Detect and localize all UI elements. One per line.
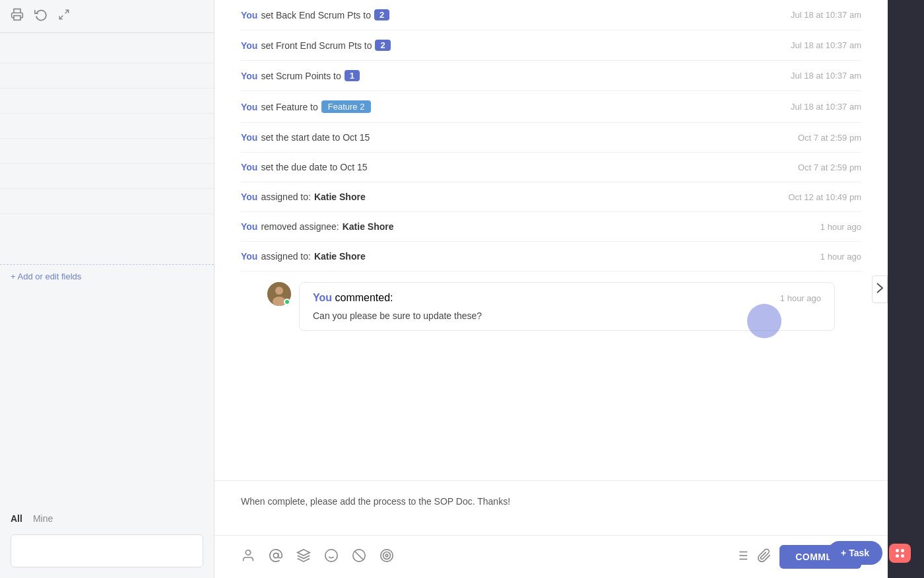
removed-name: Katie Shore <box>343 221 394 232</box>
you-label-8: You <box>241 221 257 232</box>
activity-text-2: You set Front End Scrum Pts to 2 <box>241 40 391 51</box>
add-edit-fields-button[interactable]: + Add or edit fields <box>0 264 214 288</box>
activity-text-9: You assigned to: Katie Shore <box>241 251 366 262</box>
comment-row: You commented: 1 hour ago Can you please… <box>267 277 835 331</box>
activity-item-3: You set Scrum Points to 1 Jul 18 at 10:3… <box>241 61 861 91</box>
badge-1: 2 <box>374 9 389 20</box>
activity-text-8: You removed assignee: Katie Shore <box>241 221 394 232</box>
svg-line-2 <box>59 16 63 19</box>
activity-time-2: Jul 18 at 10:37 am <box>791 40 861 50</box>
list-icon[interactable] <box>735 548 749 566</box>
sidebar: + Add or edit fields All Mine <box>0 0 214 578</box>
activity-item-5: You set the start date to Oct 15 Oct 7 a… <box>241 123 861 153</box>
toolbar-left <box>241 548 394 566</box>
activity-desc-3: set Scrum Points to <box>261 71 341 81</box>
sidebar-field-5 <box>0 139 214 164</box>
activity-desc-6: set the due date to Oct 15 <box>261 162 367 172</box>
svg-point-7 <box>273 553 278 558</box>
activity-time-9: 1 hour ago <box>820 252 861 262</box>
activity-text-1: You set Back End Scrum Pts to 2 <box>241 9 389 20</box>
activity-text-4: You set Feature to Feature 2 <box>241 100 371 113</box>
activity-item-4: You set Feature to Feature 2 Jul 18 at 1… <box>241 91 861 123</box>
text-area-section[interactable]: When complete, please add the process to… <box>214 480 888 535</box>
activity-text-3: You set Scrum Points to 1 <box>241 70 360 81</box>
you-label-2: You <box>241 40 257 51</box>
right-chevron[interactable] <box>872 275 888 303</box>
comment-commented: commented: <box>332 292 393 303</box>
dot-4 <box>901 554 904 558</box>
activity-time-4: Jul 18 at 10:37 am <box>791 102 861 112</box>
tab-mine[interactable]: Mine <box>33 513 53 524</box>
you-label-5: You <box>241 132 257 143</box>
activity-text-6: You set the due date to Oct 15 <box>241 162 368 172</box>
sidebar-comment-input[interactable] <box>11 534 203 567</box>
mention-person-icon[interactable] <box>241 548 255 566</box>
all-mine-tabs: All Mine <box>0 508 214 529</box>
you-label-4: You <box>241 102 257 112</box>
comment-author-line: You commented: <box>313 292 393 304</box>
activity-text-5: You set the start date to Oct 15 <box>241 132 370 143</box>
tab-all[interactable]: All <box>11 513 22 524</box>
at-icon[interactable] <box>269 548 283 566</box>
paperclip-icon[interactable] <box>757 548 772 566</box>
comment-time: 1 hour ago <box>780 293 821 303</box>
activity-item-9: You assigned to: Katie Shore 1 hour ago <box>241 242 861 271</box>
target-icon[interactable] <box>380 548 394 566</box>
comment-text: Can you please be sure to update these? <box>313 310 821 321</box>
dot-2 <box>901 549 904 552</box>
you-label-3: You <box>241 71 257 81</box>
feature-badge: Feature 2 <box>321 100 372 113</box>
sidebar-field-7 <box>0 189 214 214</box>
bottom-right-area: + Task <box>828 541 911 565</box>
cursor-overlay <box>747 304 781 338</box>
activity-item-8: You removed assignee: Katie Shore 1 hour… <box>241 212 861 242</box>
slash-icon[interactable] <box>352 548 366 566</box>
activity-item-2: You set Front End Scrum Pts to 2 Jul 18 … <box>241 30 861 61</box>
expand-icon[interactable] <box>58 9 70 24</box>
svg-point-15 <box>383 552 391 559</box>
dark-panel <box>888 0 924 578</box>
task-button-label: + Task <box>841 548 869 558</box>
activity-desc-2: set Front End Scrum Pts to <box>261 40 372 51</box>
avatar-wrap <box>267 282 291 306</box>
activity-log: You set Back End Scrum Pts to 2 Jul 18 a… <box>214 0 888 480</box>
activity-desc-7: assigned to: <box>261 192 311 202</box>
sidebar-field-2 <box>0 63 214 89</box>
layers-icon[interactable] <box>296 548 311 566</box>
assigned-name-2: Katie Shore <box>314 251 366 262</box>
sidebar-fields <box>0 33 214 264</box>
svg-point-14 <box>381 549 393 561</box>
sidebar-field-4 <box>0 114 214 139</box>
activity-desc-8: removed assignee: <box>261 221 339 232</box>
task-button[interactable]: + Task <box>828 541 882 565</box>
dots-button[interactable] <box>889 544 911 563</box>
svg-point-4 <box>275 287 283 295</box>
comment-you: You <box>313 292 332 303</box>
activity-time-3: Jul 18 at 10:37 am <box>791 71 861 81</box>
activity-text-7: You assigned to: Katie Shore <box>241 192 366 202</box>
activity-desc-9: assigned to: <box>261 251 311 262</box>
activity-item-6: You set the due date to Oct 15 Oct 7 at … <box>241 153 861 182</box>
activity-desc-4: set Feature to <box>261 102 317 112</box>
you-label-6: You <box>241 162 257 172</box>
compose-text[interactable]: When complete, please add the process to… <box>241 494 861 527</box>
activity-time-7: Oct 12 at 10:49 pm <box>788 192 861 202</box>
emoji-icon[interactable] <box>324 548 339 566</box>
svg-point-16 <box>385 554 388 557</box>
bottom-toolbar: COMMENT <box>214 535 888 578</box>
activity-time-8: 1 hour ago <box>820 222 861 232</box>
assigned-name-1: Katie Shore <box>314 192 366 202</box>
svg-point-6 <box>246 550 250 554</box>
history-icon[interactable] <box>34 8 48 24</box>
main-panel: You set Back End Scrum Pts to 2 Jul 18 a… <box>214 0 888 578</box>
activity-time-1: Jul 18 at 10:37 am <box>791 10 861 20</box>
you-label-1: You <box>241 10 257 20</box>
activity-desc-1: set Back End Scrum Pts to <box>261 10 371 20</box>
svg-point-9 <box>325 549 337 561</box>
you-label-7: You <box>241 192 257 202</box>
activity-time-5: Oct 7 at 2:59 pm <box>798 133 861 143</box>
activity-time-6: Oct 7 at 2:59 pm <box>798 163 861 172</box>
print-icon[interactable] <box>11 8 24 24</box>
svg-line-13 <box>355 551 364 560</box>
comment-card: You commented: 1 hour ago Can you please… <box>299 282 835 331</box>
